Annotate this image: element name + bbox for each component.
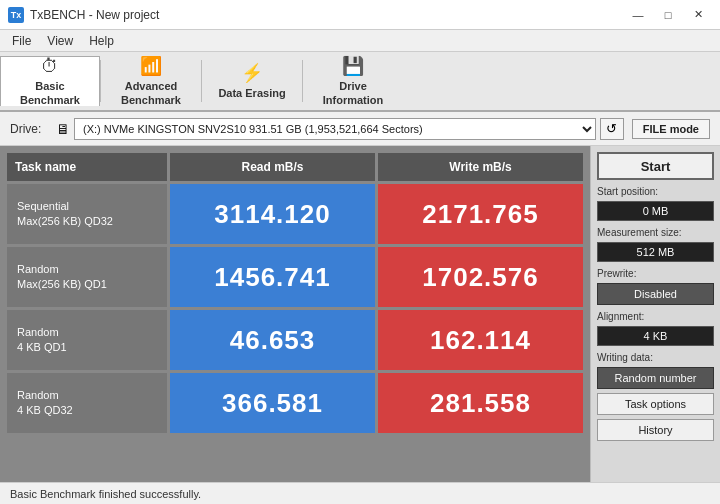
table-row: SequentialMax(256 KB) QD32 3114.120 2171… xyxy=(7,184,583,244)
data-erasing-icon: ⚡ xyxy=(241,62,263,84)
results-area: Task name Read mB/s Write mB/s Sequentia… xyxy=(0,146,590,482)
measurement-size-label: Measurement size: xyxy=(597,227,714,238)
prewrite-button[interactable]: Disabled xyxy=(597,283,714,305)
drive-label: Drive: xyxy=(10,122,48,136)
title-bar: Tx TxBENCH - New project — □ ✕ xyxy=(0,0,720,30)
col-header-write: Write mB/s xyxy=(378,153,583,181)
task-cell: Random4 KB QD1 xyxy=(7,310,167,370)
menu-bar: File View Help xyxy=(0,30,720,52)
task-options-button[interactable]: Task options xyxy=(597,393,714,415)
data-erasing-label: Data Erasing xyxy=(218,87,285,100)
file-mode-button[interactable]: FILE mode xyxy=(632,119,710,139)
app-icon: Tx xyxy=(8,7,24,23)
toolbar: ⏱ BasicBenchmark 📶 AdvancedBenchmark ⚡ D… xyxy=(0,52,720,112)
writing-data-button[interactable]: Random number xyxy=(597,367,714,389)
table-row: Random4 KB QD32 366.581 281.558 xyxy=(7,373,583,433)
tab-data-erasing[interactable]: ⚡ Data Erasing xyxy=(202,56,302,106)
task-cell: Random4 KB QD32 xyxy=(7,373,167,433)
window-controls: — □ ✕ xyxy=(624,5,712,25)
alignment-label: Alignment: xyxy=(597,311,714,322)
maximize-button[interactable]: □ xyxy=(654,5,682,25)
minimize-button[interactable]: — xyxy=(624,5,652,25)
col-header-read: Read mB/s xyxy=(170,153,375,181)
basic-benchmark-icon: ⏱ xyxy=(41,56,59,77)
drive-select-container: 🖥 (X:) NVMe KINGSTON SNV2S10 931.51 GB (… xyxy=(56,118,624,140)
start-position-label: Start position: xyxy=(597,186,714,197)
tab-advanced-benchmark[interactable]: 📶 AdvancedBenchmark xyxy=(101,56,201,106)
main-area: Task name Read mB/s Write mB/s Sequentia… xyxy=(0,146,720,482)
drive-information-label: DriveInformation xyxy=(323,80,384,106)
tab-drive-information[interactable]: 💾 DriveInformation xyxy=(303,56,403,106)
drive-bar: Drive: 🖥 (X:) NVMe KINGSTON SNV2S10 931.… xyxy=(0,112,720,146)
write-cell: 2171.765 xyxy=(378,184,583,244)
tab-basic-benchmark[interactable]: ⏱ BasicBenchmark xyxy=(0,56,100,106)
menu-help[interactable]: Help xyxy=(81,32,122,50)
task-cell: RandomMax(256 KB) QD1 xyxy=(7,247,167,307)
read-cell: 46.653 xyxy=(170,310,375,370)
drive-dropdown[interactable]: (X:) NVMe KINGSTON SNV2S10 931.51 GB (1,… xyxy=(74,118,596,140)
window-title: TxBENCH - New project xyxy=(30,8,159,22)
read-cell: 3114.120 xyxy=(170,184,375,244)
status-text: Basic Benchmark finished successfully. xyxy=(10,488,201,500)
writing-data-label: Writing data: xyxy=(597,352,714,363)
benchmark-table: Task name Read mB/s Write mB/s Sequentia… xyxy=(4,150,586,436)
col-header-task: Task name xyxy=(7,153,167,181)
close-button[interactable]: ✕ xyxy=(684,5,712,25)
right-panel: Start Start position: 0 MB Measurement s… xyxy=(590,146,720,482)
write-cell: 281.558 xyxy=(378,373,583,433)
task-cell: SequentialMax(256 KB) QD32 xyxy=(7,184,167,244)
read-cell: 1456.741 xyxy=(170,247,375,307)
drive-information-icon: 💾 xyxy=(342,55,364,77)
drive-refresh-button[interactable]: ↺ xyxy=(600,118,624,140)
status-bar: Basic Benchmark finished successfully. xyxy=(0,482,720,504)
start-position-value: 0 MB xyxy=(597,201,714,221)
menu-file[interactable]: File xyxy=(4,32,39,50)
menu-view[interactable]: View xyxy=(39,32,81,50)
alignment-value: 4 KB xyxy=(597,326,714,346)
table-row: Random4 KB QD1 46.653 162.114 xyxy=(7,310,583,370)
start-button[interactable]: Start xyxy=(597,152,714,180)
read-cell: 366.581 xyxy=(170,373,375,433)
table-row: RandomMax(256 KB) QD1 1456.741 1702.576 xyxy=(7,247,583,307)
drive-disk-icon: 🖥 xyxy=(56,121,70,137)
basic-benchmark-label: BasicBenchmark xyxy=(20,80,80,106)
table-header-row: Task name Read mB/s Write mB/s xyxy=(7,153,583,181)
write-cell: 1702.576 xyxy=(378,247,583,307)
history-button[interactable]: History xyxy=(597,419,714,441)
prewrite-label: Prewrite: xyxy=(597,268,714,279)
measurement-size-value: 512 MB xyxy=(597,242,714,262)
write-cell: 162.114 xyxy=(378,310,583,370)
advanced-benchmark-label: AdvancedBenchmark xyxy=(121,80,181,106)
advanced-benchmark-icon: 📶 xyxy=(140,55,162,77)
title-bar-left: Tx TxBENCH - New project xyxy=(8,7,159,23)
